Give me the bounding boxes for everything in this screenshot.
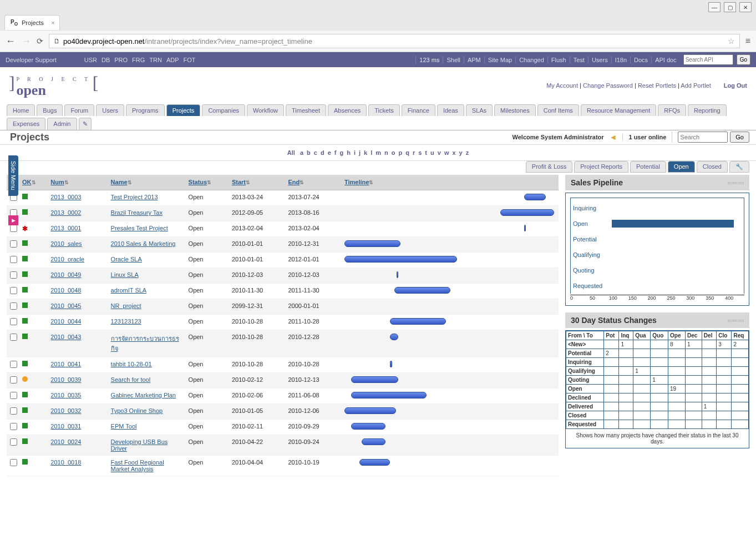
dev-link[interactable]: Flush xyxy=(547,57,570,63)
alpha-letter[interactable]: w xyxy=(443,149,451,156)
main-tab-programs[interactable]: Programs xyxy=(126,104,165,116)
main-tab-absences[interactable]: Absences xyxy=(328,104,367,116)
main-tab-admin[interactable]: Admin xyxy=(47,118,77,130)
subtab-settings-icon[interactable]: 🔧 xyxy=(729,161,749,173)
alpha-all[interactable]: All xyxy=(286,149,297,156)
col-end[interactable]: End xyxy=(288,179,300,185)
project-name-link[interactable]: EPM Tool xyxy=(111,423,137,430)
dev-link[interactable]: FOT xyxy=(184,57,196,63)
alpha-letter[interactable]: j xyxy=(357,149,362,156)
alpha-letter[interactable]: q xyxy=(404,149,411,156)
main-tab-expenses[interactable]: Expenses xyxy=(7,118,45,130)
widget-toolbar-icons[interactable]: ▫▫▫▫▫▫ xyxy=(727,178,744,187)
forward-button[interactable]: → xyxy=(21,36,31,47)
back-button[interactable]: ← xyxy=(6,36,16,47)
main-tab-ideas[interactable]: Ideas xyxy=(437,104,464,116)
project-num-link[interactable]: 2010_0024 xyxy=(50,438,81,445)
dev-link[interactable]: Users xyxy=(588,57,611,63)
alpha-letter[interactable]: a xyxy=(298,149,305,156)
dev-link[interactable]: Site Map xyxy=(484,57,515,63)
main-tab-bugs[interactable]: Bugs xyxy=(37,104,63,116)
project-name-link[interactable]: Brazil Treasury Tax xyxy=(111,209,163,216)
dev-support-link[interactable]: Developer Support xyxy=(6,57,57,63)
row-checkbox[interactable] xyxy=(10,407,17,415)
row-checkbox[interactable] xyxy=(10,438,17,446)
col-name[interactable]: Name xyxy=(111,179,128,185)
main-tab-home[interactable]: Home xyxy=(7,104,35,116)
search-go-button[interactable]: Go xyxy=(730,132,749,143)
dev-link[interactable]: ADP xyxy=(166,57,179,63)
alpha-letter[interactable]: x xyxy=(450,149,457,156)
alpha-letter[interactable]: y xyxy=(458,149,464,156)
notification-icon[interactable]: ◄ xyxy=(610,133,617,142)
project-num-link[interactable]: 2010_0035 xyxy=(50,392,81,398)
main-tab-reporting[interactable]: Reporting xyxy=(688,104,727,116)
tab-close-icon[interactable]: × xyxy=(51,19,54,26)
main-tab-slas[interactable]: SLAs xyxy=(466,104,493,116)
project-num-link[interactable]: 2010_0044 xyxy=(50,318,81,325)
edit-tabs-icon[interactable]: ✎ xyxy=(79,118,92,130)
row-checkbox[interactable] xyxy=(10,225,17,232)
project-num-link[interactable]: 2013_0002 xyxy=(50,209,81,216)
dev-link[interactable]: FRG xyxy=(132,57,145,63)
alpha-letter[interactable]: d xyxy=(319,149,326,156)
header-link[interactable]: Change Password xyxy=(583,82,633,89)
project-num-link[interactable]: 2010_0018 xyxy=(50,459,81,466)
sub-tab-potential[interactable]: Potential xyxy=(630,161,666,173)
logo[interactable]: ] P R O J E C T open [ xyxy=(9,73,99,99)
bookmark-icon[interactable]: ☆ xyxy=(728,37,735,46)
project-name-link[interactable]: Oracle SLA xyxy=(111,256,142,263)
alpha-letter[interactable]: z xyxy=(464,149,471,156)
dev-link[interactable]: Docs xyxy=(630,57,651,63)
reload-button[interactable]: ⟳ xyxy=(37,37,43,46)
project-name-link[interactable]: Fast Food Regional Market Analysis xyxy=(111,459,164,472)
users-online[interactable]: 1 user online xyxy=(622,134,666,140)
dev-link[interactable]: Changed xyxy=(515,57,547,63)
dev-link[interactable]: I18n xyxy=(611,57,630,63)
col-timeline[interactable]: Timeline xyxy=(344,179,369,185)
dev-link[interactable]: DB xyxy=(102,57,110,63)
dev-link[interactable]: Test xyxy=(570,57,588,63)
project-num-link[interactable]: 2010_0043 xyxy=(50,334,81,340)
project-name-link[interactable]: tahbit 10-28-01 xyxy=(111,361,152,367)
main-tab-workflow[interactable]: Workflow xyxy=(247,104,284,116)
col-start[interactable]: Start xyxy=(232,179,246,185)
header-link[interactable]: Reset Portlets xyxy=(638,82,676,89)
project-name-link[interactable]: Presales Test Project xyxy=(111,225,168,231)
dev-link[interactable]: TRN xyxy=(149,57,162,63)
alpha-letter[interactable]: l xyxy=(369,149,374,156)
alpha-letter[interactable]: b xyxy=(305,149,312,156)
alpha-letter[interactable]: g xyxy=(338,149,345,156)
alpha-letter[interactable]: r xyxy=(411,149,417,156)
sub-tab-closed[interactable]: Closed xyxy=(697,161,728,173)
main-tab-conf-items[interactable]: Conf Items xyxy=(537,104,579,116)
dev-link[interactable]: PRO xyxy=(114,57,128,63)
browser-tab[interactable]: PO Projects × xyxy=(4,15,60,30)
main-tab-finance[interactable]: Finance xyxy=(402,104,435,116)
alpha-letter[interactable]: m xyxy=(374,149,383,156)
col-ok[interactable]: OK xyxy=(22,179,32,185)
project-num-link[interactable]: 2010_0045 xyxy=(50,302,81,309)
minimize-button[interactable]: — xyxy=(708,2,721,12)
alpha-letter[interactable]: o xyxy=(390,149,397,156)
row-checkbox[interactable] xyxy=(10,287,17,294)
project-name-link[interactable]: 2010 Sales & Marketing xyxy=(111,240,176,247)
main-tab-timesheet[interactable]: Timesheet xyxy=(286,104,326,116)
project-num-link[interactable]: 2010_sales xyxy=(50,240,82,247)
main-tab-companies[interactable]: Companies xyxy=(202,104,245,116)
project-name-link[interactable]: Search for tool xyxy=(111,376,151,383)
main-tab-resource-management[interactable]: Resource Management xyxy=(581,104,656,116)
dev-link[interactable]: USR xyxy=(84,57,97,63)
header-link[interactable]: Add Portlet xyxy=(681,82,711,89)
row-checkbox[interactable] xyxy=(10,318,17,325)
alpha-letter[interactable]: c xyxy=(312,149,319,156)
dev-search-go-button[interactable]: Go xyxy=(737,54,750,65)
alpha-letter[interactable]: i xyxy=(352,149,357,156)
alpha-letter[interactable]: s xyxy=(417,149,423,156)
alpha-letter[interactable]: p xyxy=(397,149,404,156)
dev-link[interactable]: Shell xyxy=(443,57,463,63)
maximize-button[interactable]: ▢ xyxy=(724,2,736,12)
project-num-link[interactable]: 2013_0003 xyxy=(50,194,81,200)
main-tab-milestones[interactable]: Milestones xyxy=(494,104,536,116)
alpha-letter[interactable]: t xyxy=(423,149,429,156)
